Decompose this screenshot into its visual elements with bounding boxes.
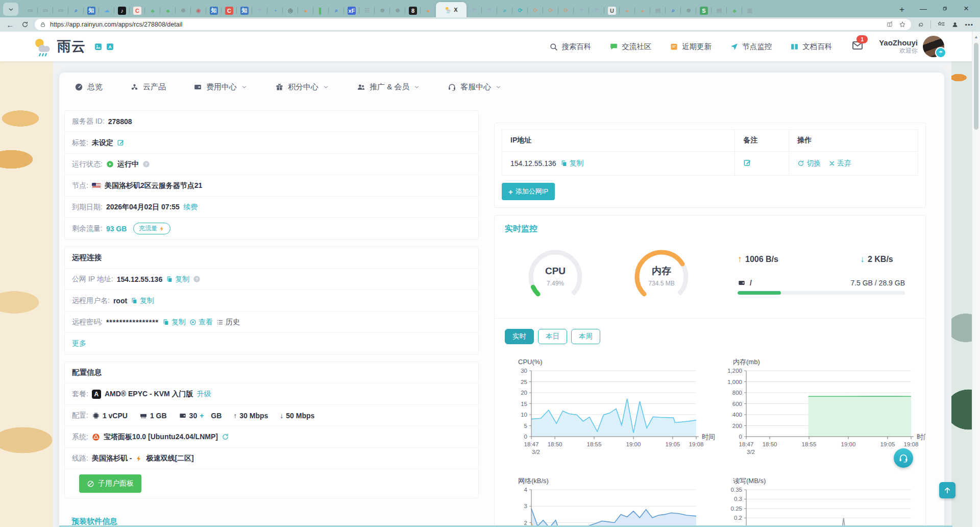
- browser-tab[interactable]: ♣: [145, 4, 160, 17]
- browser-tab[interactable]: ♪: [114, 4, 130, 17]
- browser-tab[interactable]: C: [130, 4, 145, 17]
- user-menu[interactable]: YaoZhouyi 欢迎你: [879, 38, 918, 54]
- header-nav-book[interactable]: 文档百科: [790, 42, 832, 52]
- browser-tab[interactable]: ⟳: [543, 4, 558, 17]
- browser-tab[interactable]: S: [696, 4, 712, 17]
- browser-tab[interactable]: ☷: [359, 4, 375, 17]
- browser-tab[interactable]: ⟳: [558, 4, 574, 17]
- browser-tab[interactable]: ☂: [482, 4, 497, 17]
- browser-tab[interactable]: ●: [635, 4, 650, 17]
- scrollbar-up-arrow[interactable]: ▲: [972, 33, 980, 41]
- browser-tab[interactable]: ▤: [650, 4, 666, 17]
- range-tab-实时[interactable]: 实时: [505, 329, 534, 344]
- scroll-top-button[interactable]: [939, 482, 955, 498]
- browser-tab-active[interactable]: X: [436, 2, 467, 17]
- browser-tab[interactable]: ◔: [267, 4, 283, 17]
- range-tab-本周[interactable]: 本周: [571, 329, 600, 344]
- sub-user-panel-button[interactable]: 子用户面板: [79, 474, 141, 493]
- browser-tab[interactable]: ☂: [589, 4, 604, 17]
- support-chat-button[interactable]: [894, 448, 913, 468]
- page-scrollbar[interactable]: ▲: [972, 32, 980, 527]
- status-help-icon[interactable]: ?: [142, 160, 150, 168]
- avatar[interactable]: ☂: [923, 36, 944, 57]
- browser-tab[interactable]: C: [222, 4, 237, 17]
- reinstall-icon[interactable]: [222, 433, 229, 441]
- password-history-link[interactable]: 历史: [216, 318, 240, 327]
- scrollbar-thumb[interactable]: [974, 43, 978, 130]
- minimize-button[interactable]: —: [913, 0, 934, 17]
- header-nav-cal[interactable]: 近期更新: [670, 42, 712, 52]
- browser-tab[interactable]: ●: [620, 4, 635, 17]
- copy-ip-link[interactable]: 复制: [166, 275, 189, 284]
- browser-tab[interactable]: ⌕: [68, 4, 84, 17]
- renew-link[interactable]: 续费: [183, 203, 198, 212]
- browser-tab[interactable]: 8: [405, 4, 421, 17]
- browser-tab[interactable]: ●: [421, 4, 436, 17]
- browser-tab[interactable]: ⌕: [666, 4, 681, 17]
- app-nav-wallet[interactable]: 费用中心: [193, 82, 248, 92]
- header-nav-search[interactable]: 搜索百科: [549, 42, 591, 52]
- ip-help-icon[interactable]: ?: [193, 275, 201, 283]
- translate-badge-icon[interactable]: A: [106, 42, 114, 51]
- browser-tab[interactable]: ⊕: [390, 4, 405, 17]
- view-password-link[interactable]: 查看: [189, 318, 213, 327]
- copy-password-link[interactable]: 复制: [162, 318, 186, 327]
- browser-tab[interactable]: ⊕: [681, 4, 696, 17]
- browser-tab[interactable]: ●: [298, 4, 313, 17]
- browser-tab[interactable]: ▭: [53, 4, 68, 17]
- upgrade-link[interactable]: 升级: [197, 390, 211, 399]
- image-badge-icon[interactable]: [94, 42, 103, 51]
- browser-tab[interactable]: ⟳: [512, 4, 528, 17]
- browser-tab[interactable]: ⊕: [176, 4, 191, 17]
- browser-tab[interactable]: ♣: [160, 4, 176, 17]
- browser-tab[interactable]: ⟳: [528, 4, 543, 17]
- app-nav-dash[interactable]: 总览: [75, 82, 103, 92]
- app-nav-gift[interactable]: 积分中心: [275, 82, 329, 92]
- browser-tab[interactable]: 知: [237, 4, 252, 17]
- more-link[interactable]: 更多: [72, 339, 86, 348]
- browser-tab[interactable]: ▌: [313, 4, 329, 17]
- url-text[interactable]: https://app.rainyun.com/apps/rcs/278808/…: [50, 21, 883, 28]
- browser-tab[interactable]: xF: [344, 4, 359, 17]
- browser-profile-icon[interactable]: [951, 21, 959, 28]
- browser-tab[interactable]: ▭: [38, 4, 53, 17]
- browser-tab[interactable]: ☁: [99, 4, 114, 17]
- browser-menu-icon[interactable]: ⋯: [965, 20, 973, 30]
- tab-search-button[interactable]: [3, 3, 18, 16]
- discard-ip-link[interactable]: 丢弃: [829, 159, 851, 168]
- edit-tag-icon[interactable]: [117, 139, 125, 147]
- favorite-star-icon[interactable]: [899, 21, 906, 28]
- switch-ip-link[interactable]: 切换: [797, 159, 821, 168]
- app-nav-headset[interactable]: 客服中心: [448, 82, 502, 92]
- browser-tab[interactable]: ▭: [22, 4, 38, 17]
- add-public-ip-button[interactable]: + 添加公网IP: [502, 183, 555, 200]
- app-nav-cluster[interactable]: 云产品: [130, 82, 166, 92]
- restore-button[interactable]: [934, 0, 955, 17]
- browser-tab[interactable]: ◉: [191, 4, 206, 17]
- favorites-bar-icon[interactable]: [937, 20, 945, 29]
- browser-tab[interactable]: U: [604, 4, 620, 17]
- browser-tab[interactable]: ⌕: [329, 4, 344, 17]
- split-screen-icon[interactable]: [887, 21, 893, 28]
- extensions-icon[interactable]: [917, 21, 924, 28]
- new-tab-button[interactable]: +: [894, 3, 910, 16]
- back-button[interactable]: ←: [5, 20, 15, 29]
- header-nav-send[interactable]: 节点监控: [730, 42, 772, 52]
- recharge-traffic-button[interactable]: 充流量: [133, 223, 170, 234]
- browser-tab[interactable]: ⊕: [375, 4, 390, 17]
- browser-tab[interactable]: ▤: [712, 4, 727, 17]
- url-field[interactable]: https://app.rainyun.com/apps/rcs/278808/…: [35, 19, 911, 30]
- range-tab-本日[interactable]: 本日: [538, 329, 567, 344]
- browser-tab[interactable]: ⌕: [497, 4, 512, 17]
- browser-tab[interactable]: ☂: [252, 4, 267, 17]
- brand-logo[interactable]: 雨云 A: [33, 36, 114, 57]
- app-nav-users[interactable]: 推广 & 会员: [357, 82, 420, 92]
- browser-tab[interactable]: 知: [206, 4, 222, 17]
- browser-tab[interactable]: ♣: [727, 4, 742, 17]
- edit-note-icon[interactable]: [743, 159, 751, 167]
- refresh-button[interactable]: [21, 21, 29, 28]
- browser-tab[interactable]: ▥: [742, 4, 757, 17]
- mail-button[interactable]: 1: [851, 39, 864, 54]
- browser-tab[interactable]: ☂: [574, 4, 589, 17]
- browser-tab[interactable]: 知: [84, 4, 99, 17]
